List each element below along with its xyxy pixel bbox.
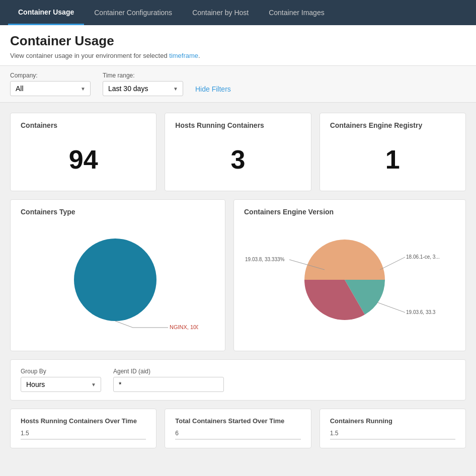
containers-running-title: Containers Running [330,417,455,426]
containers-running-card: Containers Running 1.5 [320,409,466,448]
agent-id-group: Agent ID (aid) [113,368,224,392]
containers-engine-svg: 19.03.8, 33.333% 18.06.1-ce, 3... 19.03.… [244,224,455,340]
label-line-18061 [380,257,405,270]
stat-hosts-value: 3 [175,141,300,183]
containers-type-chart-area: NGINX, 100% [21,222,215,343]
top-nav: Container Usage Container Configurations… [0,0,476,25]
stat-containers-title: Containers [21,121,146,129]
hosts-over-time-title: Hosts Running Containers Over Time [21,417,146,426]
stat-engine-value: 1 [330,141,455,183]
nginx-label-text: NGINX, 100% [170,324,198,330]
stat-engine-title: Containers Engine Registry [330,121,455,129]
agent-id-input[interactable] [113,377,224,392]
company-select-wrapper: All [10,81,91,96]
page-header: Container Usage View container usage in … [0,25,476,66]
page-title: Container Usage [10,33,466,49]
stat-card-hosts-running: Hosts Running Containers 3 [165,113,311,191]
main-content: Containers 94 Hosts Running Containers 3… [0,103,476,458]
hosts-over-time-card: Hosts Running Containers Over Time 1.5 [10,409,156,448]
total-containers-title: Total Containers Started Over Time [175,417,300,426]
timerange-select[interactable]: Last 30 days Last 7 days Last 24 hours [103,81,183,96]
timeframe-link[interactable]: timeframe [169,52,198,59]
label-19036: 19.03.6, 33.3 [406,309,436,315]
stat-hosts-title: Hosts Running Containers [175,121,300,129]
containers-engine-chart-area: 19.03.8, 33.333% 18.06.1-ce, 3... 19.03.… [244,222,455,343]
subtitle-prefix: View container usage in your environment… [10,52,169,59]
containers-running-line [330,439,455,440]
group-by-group: Group By Hours Days Weeks [21,368,101,392]
hide-filters-button[interactable]: Hide Filters [195,82,231,96]
containers-type-card: Containers Type NGINX, 100% [10,199,225,351]
containers-type-svg: NGINX, 100% [37,227,198,338]
containers-engine-card: Containers Engine Version 19.03.8, 33.33… [233,199,466,351]
page-subtitle: View container usage in your environment… [10,52,466,59]
stats-row: Containers 94 Hosts Running Containers 3… [10,113,466,191]
containers-engine-title: Containers Engine Version [244,208,455,216]
hosts-over-time-value: 1.5 [21,430,146,437]
company-filter-group: Company: All [10,72,91,96]
bottom-charts-row: Hosts Running Containers Over Time 1.5 T… [10,409,466,448]
stat-card-engine-registry: Containers Engine Registry 1 [320,113,466,191]
label-19038: 19.03.8, 33.333% [245,257,285,262]
group-by-label: Group By [21,368,101,375]
charts-row: Containers Type NGINX, 100% Containers E… [10,199,466,351]
hosts-over-time-line [21,439,146,440]
label-18061: 18.06.1-ce, 3... [406,254,440,260]
company-label: Company: [10,72,91,79]
group-by-select[interactable]: Hours Days Weeks [21,377,101,392]
total-containers-line [175,439,300,440]
timerange-filter-group: Time range: Last 30 days Last 7 days Las… [103,72,183,96]
nav-item-container-by-host[interactable]: Container by Host [182,0,259,25]
nav-item-container-configurations[interactable]: Container Configurations [84,0,182,25]
total-containers-card: Total Containers Started Over Time 6 [165,409,311,448]
agent-id-label: Agent ID (aid) [113,368,224,375]
timerange-select-wrapper: Last 30 days Last 7 days Last 24 hours [103,81,183,96]
subtitle-suffix: . [198,52,200,59]
nginx-circle [74,239,156,321]
nav-item-container-images[interactable]: Container Images [259,0,335,25]
group-by-select-wrapper: Hours Days Weeks [21,377,101,392]
stat-containers-value: 94 [21,141,146,183]
stat-card-containers: Containers 94 [10,113,156,191]
timerange-label: Time range: [103,72,183,79]
controls-row: Group By Hours Days Weeks Agent ID (aid) [10,359,466,401]
segment-19036 [304,240,385,280]
containers-running-value: 1.5 [330,430,455,437]
nginx-label-line [115,321,133,328]
containers-type-title: Containers Type [21,208,215,216]
label-line-19036 [377,302,405,312]
total-containers-value: 6 [175,430,300,437]
nav-item-container-usage[interactable]: Container Usage [8,0,84,25]
company-select[interactable]: All [10,81,91,96]
filters-bar: Company: All Time range: Last 30 days La… [0,66,476,103]
